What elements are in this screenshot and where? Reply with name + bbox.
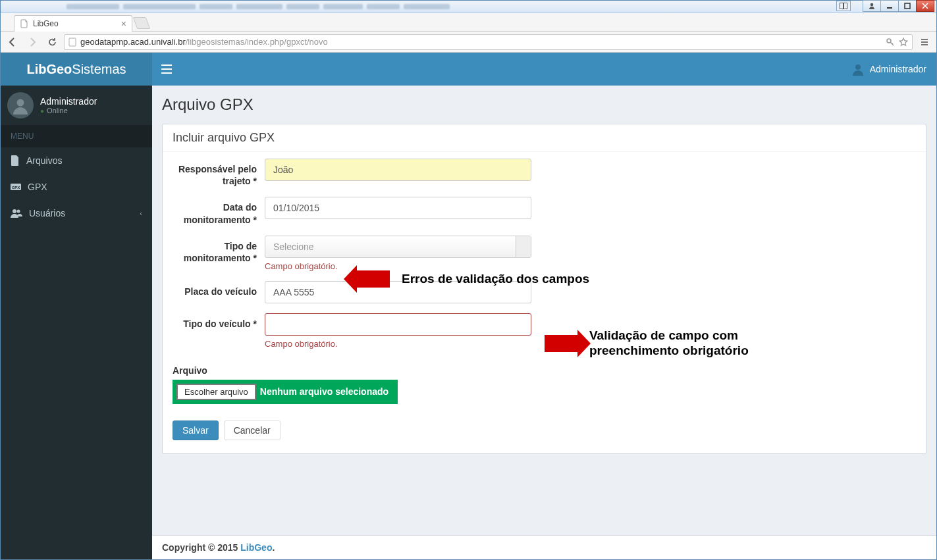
svg-point-18 — [17, 210, 20, 213]
data-monitoramento-label: Data do monitoramento * — [173, 197, 265, 225]
save-button[interactable]: Salvar — [173, 420, 219, 440]
sidebar-item-usuarios[interactable]: Usuários ‹ — [1, 200, 152, 226]
file-upload-widget: Escolher arquivo Nenhum arquivo selecion… — [173, 380, 398, 404]
sidebar-toggle-button[interactable] — [152, 53, 181, 86]
sidebar-item-arquivos[interactable]: Arquivos — [1, 147, 152, 174]
maximize-button[interactable] — [898, 0, 917, 12]
bookmark-star-icon[interactable] — [899, 38, 908, 47]
tipo-veiculo-error: Campo obrigatório. — [265, 339, 531, 349]
chrome-menu-icon[interactable] — [917, 34, 932, 50]
chevron-down-icon — [521, 245, 526, 251]
footer-link[interactable]: LibGeo — [240, 542, 272, 553]
cancel-button[interactable]: Cancelar — [224, 420, 281, 440]
browser-tab[interactable]: LibGeo × — [14, 15, 132, 32]
footer: Copyright © 2015 LibGeo. — [152, 535, 936, 559]
content: Arquivo GPX Incluir arquivo GPX Responsá… — [152, 86, 936, 559]
background-window-tabs — [1, 1, 739, 13]
close-window-button[interactable] — [916, 0, 934, 12]
tipo-veiculo-input[interactable] — [265, 313, 531, 336]
select-placeholder: Selecione — [273, 242, 314, 252]
tipo-monitoramento-select[interactable]: Selecione — [265, 236, 531, 258]
logo-bold: LibGeo — [26, 62, 72, 76]
browser-toolbar: geodatapmp.acad.univali.br/libgeosistema… — [1, 32, 936, 53]
logo-light: Sistemas — [72, 62, 126, 76]
sidebar-item-label: Usuários — [29, 208, 65, 218]
url-path: /libgeosistemas/index.php/gpxct/novo — [186, 37, 328, 47]
top-user-name: Administrador — [870, 64, 926, 74]
svg-point-13 — [855, 64, 861, 70]
url-host: geodatapmp.acad.univali.br — [80, 37, 186, 47]
top-user-menu[interactable]: Administrador — [842, 63, 936, 76]
tab-title: LibGeo — [33, 19, 59, 28]
svg-text:GPX: GPX — [12, 186, 20, 190]
responsavel-input[interactable] — [265, 159, 531, 181]
avatar — [7, 92, 34, 118]
sidebar: Administrador Online MENU Arquivos GPX G… — [1, 86, 152, 559]
svg-rect-3 — [887, 7, 892, 9]
new-tab-button[interactable] — [133, 17, 151, 29]
footer-copyright: Copyright © 2015 — [162, 542, 240, 553]
file-status-text: Nenhum arquivo selecionado — [256, 384, 394, 400]
svg-rect-10 — [161, 64, 172, 66]
svg-rect-0 — [840, 3, 843, 9]
page-icon — [68, 38, 76, 47]
svg-rect-7 — [921, 39, 928, 40]
app-topbar: LibGeoSistemas Administrador — [1, 53, 936, 86]
form-box: Incluir arquivo GPX Responsável pelo tra… — [162, 124, 926, 454]
placa-input[interactable] — [265, 281, 531, 303]
footer-suffix: . — [272, 542, 275, 553]
address-bar[interactable]: geodatapmp.acad.univali.br/libgeosistema… — [64, 34, 913, 50]
split-pane-button[interactable] — [836, 1, 851, 11]
svg-rect-11 — [161, 68, 172, 70]
os-titlebar — [1, 1, 936, 13]
sidebar-user-name: Administrador — [40, 96, 97, 107]
sidebar-item-gpx[interactable]: GPX GPX — [1, 174, 152, 200]
svg-rect-5 — [69, 38, 76, 46]
tab-close-icon[interactable]: × — [121, 18, 126, 29]
sidebar-user-status: Online — [40, 107, 97, 115]
responsavel-label: Responsável pelo trajeto * — [173, 159, 265, 187]
svg-point-14 — [17, 99, 24, 107]
user-icon — [851, 63, 865, 76]
minimize-button[interactable] — [880, 0, 899, 12]
svg-point-17 — [13, 209, 16, 213]
svg-rect-12 — [161, 72, 172, 74]
svg-rect-9 — [921, 44, 928, 45]
svg-rect-4 — [905, 3, 910, 9]
users-icon — [11, 209, 22, 218]
page-title: Arquivo GPX — [162, 95, 926, 114]
sidebar-item-label: Arquivos — [26, 155, 62, 166]
tipo-monitoramento-label: Tipo de monitoramento * — [173, 236, 265, 271]
data-monitoramento-input[interactable] — [265, 197, 531, 219]
svg-point-2 — [870, 3, 874, 7]
reload-button[interactable] — [44, 34, 60, 50]
box-title: Incluir arquivo GPX — [163, 124, 926, 152]
user-switch-button[interactable] — [863, 0, 881, 12]
choose-file-button[interactable]: Escolher arquivo — [176, 384, 256, 400]
svg-rect-1 — [844, 3, 847, 9]
tipo-monitoramento-error: Campo obrigatório. — [265, 261, 531, 271]
file-icon — [11, 155, 20, 166]
sidebar-user-panel: Administrador Online — [1, 86, 152, 125]
svg-rect-8 — [921, 41, 928, 43]
page-header: Arquivo GPX — [152, 86, 936, 114]
key-icon[interactable] — [886, 38, 895, 47]
forward-button[interactable] — [24, 34, 40, 50]
chevron-left-icon: ‹ — [140, 209, 142, 217]
back-button[interactable] — [5, 34, 20, 50]
browser-tab-strip: LibGeo × — [1, 13, 936, 32]
page-favicon — [20, 19, 29, 28]
sidebar-menu-header: MENU — [1, 125, 152, 147]
arquivo-label: Arquivo — [173, 365, 916, 376]
app-logo[interactable]: LibGeoSistemas — [1, 53, 152, 86]
gpx-icon: GPX — [11, 182, 21, 191]
sidebar-item-label: GPX — [28, 182, 47, 192]
placa-label: Placa do veículo — [173, 281, 265, 303]
tipo-veiculo-label: Tipo do veículo * — [173, 313, 265, 349]
